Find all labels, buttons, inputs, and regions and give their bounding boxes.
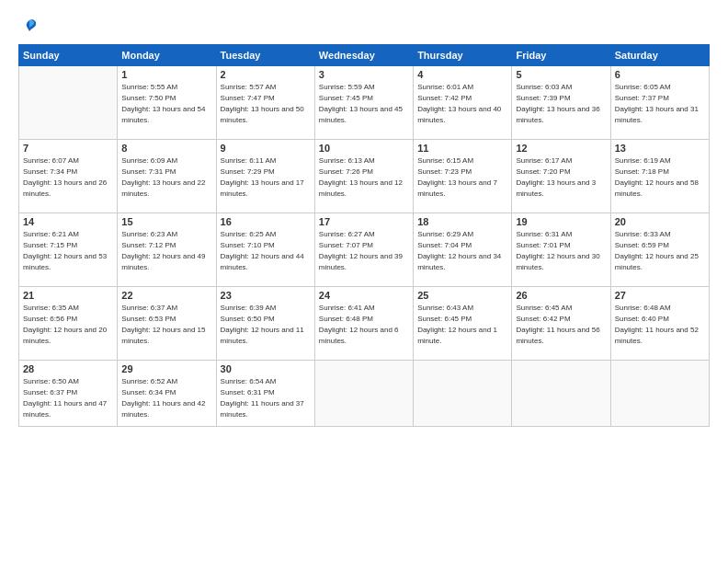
calendar-cell: 25Sunrise: 6:43 AMSunset: 6:45 PMDayligh…: [414, 287, 512, 361]
day-number: 9: [221, 143, 311, 154]
day-number: 16: [221, 216, 311, 227]
day-number: 30: [221, 363, 311, 374]
day-info: Sunrise: 6:03 AMSunset: 7:39 PMDaylight:…: [516, 82, 606, 126]
calendar-cell: 23Sunrise: 6:39 AMSunset: 6:50 PMDayligh…: [216, 287, 314, 361]
calendar-cell: 11Sunrise: 6:15 AMSunset: 7:23 PMDayligh…: [414, 140, 512, 213]
day-info: Sunrise: 6:15 AMSunset: 7:23 PMDaylight:…: [417, 155, 507, 200]
col-saturday: Saturday: [610, 45, 709, 66]
calendar-cell: 18Sunrise: 6:29 AMSunset: 7:04 PMDayligh…: [414, 213, 512, 287]
day-number: 20: [615, 216, 705, 227]
calendar-cell: [610, 361, 709, 427]
header: [18, 17, 710, 35]
calendar-cell: 8Sunrise: 6:09 AMSunset: 7:31 PMDaylight…: [118, 140, 216, 213]
col-monday: Monday: [118, 45, 216, 66]
day-number: 25: [417, 290, 507, 301]
day-number: 13: [615, 143, 705, 154]
day-number: 19: [516, 216, 606, 227]
calendar-cell: [414, 361, 512, 427]
calendar-cell: 10Sunrise: 6:13 AMSunset: 7:26 PMDayligh…: [314, 140, 413, 213]
day-number: 12: [516, 143, 606, 154]
day-info: Sunrise: 6:37 AMSunset: 6:53 PMDaylight:…: [121, 303, 211, 347]
col-tuesday: Tuesday: [216, 45, 314, 66]
day-number: 14: [23, 216, 113, 227]
day-number: 2: [221, 69, 311, 80]
day-info: Sunrise: 6:17 AMSunset: 7:20 PMDaylight:…: [516, 155, 606, 200]
day-number: 22: [121, 290, 211, 301]
day-info: Sunrise: 6:25 AMSunset: 7:10 PMDaylight:…: [221, 229, 311, 273]
header-row: Sunday Monday Tuesday Wednesday Thursday…: [19, 45, 710, 66]
calendar-cell: [19, 66, 118, 140]
week-row-0: 1Sunrise: 5:55 AMSunset: 7:50 PMDaylight…: [19, 66, 710, 140]
calendar-cell: 27Sunrise: 6:48 AMSunset: 6:40 PMDayligh…: [610, 287, 709, 361]
col-thursday: Thursday: [414, 45, 512, 66]
day-number: 3: [319, 69, 409, 80]
calendar-cell: 21Sunrise: 6:35 AMSunset: 6:56 PMDayligh…: [19, 287, 118, 361]
day-info: Sunrise: 6:21 AMSunset: 7:15 PMDaylight:…: [23, 229, 113, 273]
calendar-cell: 3Sunrise: 5:59 AMSunset: 7:45 PMDaylight…: [314, 66, 413, 140]
calendar-cell: 30Sunrise: 6:54 AMSunset: 6:31 PMDayligh…: [216, 361, 314, 427]
day-info: Sunrise: 6:39 AMSunset: 6:50 PMDaylight:…: [221, 303, 311, 347]
day-number: 23: [221, 290, 311, 301]
week-row-3: 21Sunrise: 6:35 AMSunset: 6:56 PMDayligh…: [19, 287, 710, 361]
week-row-1: 7Sunrise: 6:07 AMSunset: 7:34 PMDaylight…: [19, 140, 710, 213]
calendar-cell: [512, 361, 610, 427]
day-number: 28: [23, 363, 113, 374]
day-info: Sunrise: 6:23 AMSunset: 7:12 PMDaylight:…: [121, 229, 211, 273]
day-number: 29: [121, 363, 211, 374]
week-row-4: 28Sunrise: 6:50 AMSunset: 6:37 PMDayligh…: [19, 361, 710, 427]
calendar-cell: 20Sunrise: 6:33 AMSunset: 6:59 PMDayligh…: [610, 213, 709, 287]
day-number: 17: [319, 216, 409, 227]
day-info: Sunrise: 6:05 AMSunset: 7:37 PMDaylight:…: [615, 82, 705, 126]
calendar-table: Sunday Monday Tuesday Wednesday Thursday…: [18, 44, 710, 427]
calendar-cell: 17Sunrise: 6:27 AMSunset: 7:07 PMDayligh…: [314, 213, 413, 287]
day-info: Sunrise: 6:07 AMSunset: 7:34 PMDaylight:…: [23, 155, 113, 200]
day-info: Sunrise: 6:41 AMSunset: 6:48 PMDaylight:…: [319, 303, 409, 347]
day-info: Sunrise: 6:43 AMSunset: 6:45 PMDaylight:…: [417, 303, 507, 347]
calendar-cell: 6Sunrise: 6:05 AMSunset: 7:37 PMDaylight…: [610, 66, 709, 140]
logo: [18, 17, 39, 35]
page: Sunday Monday Tuesday Wednesday Thursday…: [0, 0, 728, 563]
calendar-cell: 24Sunrise: 6:41 AMSunset: 6:48 PMDayligh…: [314, 287, 413, 361]
calendar-cell: 2Sunrise: 5:57 AMSunset: 7:47 PMDaylight…: [216, 66, 314, 140]
calendar-cell: 19Sunrise: 6:31 AMSunset: 7:01 PMDayligh…: [512, 213, 610, 287]
day-number: 26: [516, 290, 606, 301]
day-info: Sunrise: 6:33 AMSunset: 6:59 PMDaylight:…: [615, 229, 705, 273]
day-info: Sunrise: 5:55 AMSunset: 7:50 PMDaylight:…: [121, 82, 211, 126]
calendar-cell: 9Sunrise: 6:11 AMSunset: 7:29 PMDaylight…: [216, 140, 314, 213]
day-info: Sunrise: 6:27 AMSunset: 7:07 PMDaylight:…: [319, 229, 409, 273]
day-info: Sunrise: 6:35 AMSunset: 6:56 PMDaylight:…: [23, 303, 113, 347]
calendar-cell: 29Sunrise: 6:52 AMSunset: 6:34 PMDayligh…: [118, 361, 216, 427]
day-info: Sunrise: 6:01 AMSunset: 7:42 PMDaylight:…: [417, 82, 507, 126]
calendar-cell: 7Sunrise: 6:07 AMSunset: 7:34 PMDaylight…: [19, 140, 118, 213]
calendar-cell: 1Sunrise: 5:55 AMSunset: 7:50 PMDaylight…: [118, 66, 216, 140]
day-info: Sunrise: 6:50 AMSunset: 6:37 PMDaylight:…: [23, 376, 113, 420]
day-number: 5: [516, 69, 606, 80]
col-wednesday: Wednesday: [314, 45, 413, 66]
calendar-cell: 12Sunrise: 6:17 AMSunset: 7:20 PMDayligh…: [512, 140, 610, 213]
calendar-cell: 22Sunrise: 6:37 AMSunset: 6:53 PMDayligh…: [118, 287, 216, 361]
calendar-cell: 15Sunrise: 6:23 AMSunset: 7:12 PMDayligh…: [118, 213, 216, 287]
day-number: 8: [121, 143, 211, 154]
logo-bird-icon: [20, 17, 39, 35]
calendar-cell: [314, 361, 413, 427]
calendar-cell: 4Sunrise: 6:01 AMSunset: 7:42 PMDaylight…: [414, 66, 512, 140]
calendar-cell: 13Sunrise: 6:19 AMSunset: 7:18 PMDayligh…: [610, 140, 709, 213]
day-number: 15: [121, 216, 211, 227]
day-info: Sunrise: 6:54 AMSunset: 6:31 PMDaylight:…: [221, 376, 311, 420]
day-number: 1: [121, 69, 211, 80]
col-friday: Friday: [512, 45, 610, 66]
week-row-2: 14Sunrise: 6:21 AMSunset: 7:15 PMDayligh…: [19, 213, 710, 287]
day-info: Sunrise: 5:57 AMSunset: 7:47 PMDaylight:…: [221, 82, 311, 126]
day-number: 4: [417, 69, 507, 80]
day-info: Sunrise: 6:45 AMSunset: 6:42 PMDaylight:…: [516, 303, 606, 347]
calendar-cell: 14Sunrise: 6:21 AMSunset: 7:15 PMDayligh…: [19, 213, 118, 287]
day-number: 6: [615, 69, 705, 80]
calendar-cell: 16Sunrise: 6:25 AMSunset: 7:10 PMDayligh…: [216, 213, 314, 287]
calendar-cell: 5Sunrise: 6:03 AMSunset: 7:39 PMDaylight…: [512, 66, 610, 140]
day-info: Sunrise: 6:11 AMSunset: 7:29 PMDaylight:…: [221, 155, 311, 200]
day-info: Sunrise: 6:09 AMSunset: 7:31 PMDaylight:…: [121, 155, 211, 200]
calendar-cell: 28Sunrise: 6:50 AMSunset: 6:37 PMDayligh…: [19, 361, 118, 427]
day-info: Sunrise: 6:13 AMSunset: 7:26 PMDaylight:…: [319, 155, 409, 200]
day-info: Sunrise: 6:31 AMSunset: 7:01 PMDaylight:…: [516, 229, 606, 273]
day-number: 27: [615, 290, 705, 301]
